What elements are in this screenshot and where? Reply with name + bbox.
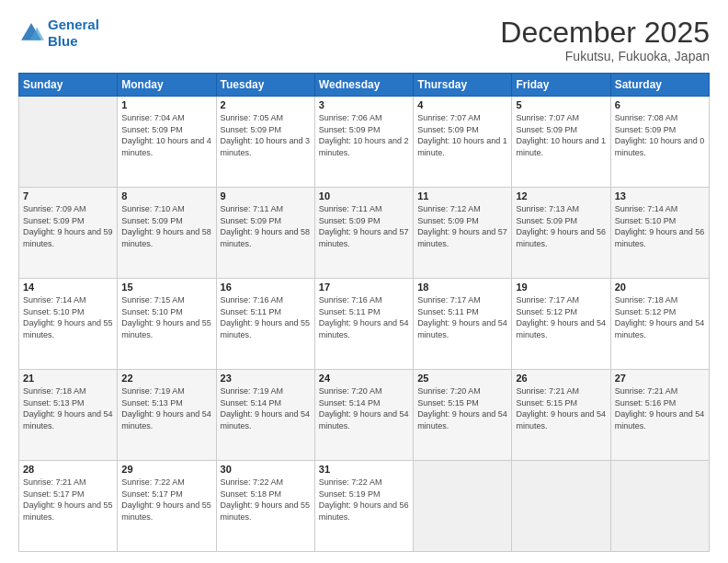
day-number: 20 xyxy=(615,282,705,293)
weekday-header-sunday: Sunday xyxy=(19,74,118,97)
day-info: Sunrise: 7:19 AMSunset: 5:13 PMDaylight:… xyxy=(121,385,211,431)
page: General Blue December 2025 Fukutsu, Fuku… xyxy=(0,0,728,563)
weekday-header-wednesday: Wednesday xyxy=(314,74,413,97)
calendar-cell: 2Sunrise: 7:05 AMSunset: 5:09 PMDaylight… xyxy=(216,97,314,188)
day-number: 7 xyxy=(23,190,113,201)
header: General Blue December 2025 Fukutsu, Fuku… xyxy=(18,17,710,63)
day-info: Sunrise: 7:10 AMSunset: 5:09 PMDaylight:… xyxy=(121,203,211,249)
day-number: 9 xyxy=(221,190,311,201)
calendar-cell: 6Sunrise: 7:08 AMSunset: 5:09 PMDaylight… xyxy=(610,97,709,188)
calendar-cell: 25Sunrise: 7:20 AMSunset: 5:15 PMDayligh… xyxy=(414,370,512,461)
day-number: 29 xyxy=(121,464,211,475)
day-info: Sunrise: 7:21 AMSunset: 5:15 PMDaylight:… xyxy=(516,385,606,431)
month-title: December 2025 xyxy=(500,17,710,49)
day-number: 30 xyxy=(221,464,311,475)
calendar-cell: 22Sunrise: 7:19 AMSunset: 5:13 PMDayligh… xyxy=(118,370,216,461)
logo: General Blue xyxy=(18,17,99,50)
calendar-cell: 15Sunrise: 7:15 AMSunset: 5:10 PMDayligh… xyxy=(118,279,216,370)
day-number: 8 xyxy=(121,190,211,201)
calendar-cell xyxy=(512,461,610,552)
calendar-cell: 23Sunrise: 7:19 AMSunset: 5:14 PMDayligh… xyxy=(216,370,314,461)
location: Fukutsu, Fukuoka, Japan xyxy=(500,49,710,63)
day-number: 3 xyxy=(319,99,409,110)
calendar-cell: 13Sunrise: 7:14 AMSunset: 5:10 PMDayligh… xyxy=(610,188,709,279)
day-number: 31 xyxy=(319,464,409,475)
day-info: Sunrise: 7:20 AMSunset: 5:15 PMDaylight:… xyxy=(417,385,507,431)
day-number: 5 xyxy=(516,99,606,110)
calendar-cell: 29Sunrise: 7:22 AMSunset: 5:17 PMDayligh… xyxy=(118,461,216,552)
calendar-cell: 27Sunrise: 7:21 AMSunset: 5:16 PMDayligh… xyxy=(610,370,709,461)
day-info: Sunrise: 7:21 AMSunset: 5:16 PMDaylight:… xyxy=(615,385,705,431)
weekday-header-thursday: Thursday xyxy=(414,74,512,97)
calendar-cell: 16Sunrise: 7:16 AMSunset: 5:11 PMDayligh… xyxy=(216,279,314,370)
day-number: 17 xyxy=(319,282,409,293)
day-info: Sunrise: 7:22 AMSunset: 5:19 PMDaylight:… xyxy=(319,477,409,523)
calendar-cell: 20Sunrise: 7:18 AMSunset: 5:12 PMDayligh… xyxy=(610,279,709,370)
day-info: Sunrise: 7:08 AMSunset: 5:09 PMDaylight:… xyxy=(615,112,705,158)
day-number: 11 xyxy=(417,190,507,201)
day-info: Sunrise: 7:16 AMSunset: 5:11 PMDaylight:… xyxy=(221,294,311,340)
calendar-cell xyxy=(19,97,118,188)
day-number: 14 xyxy=(23,282,113,293)
day-info: Sunrise: 7:12 AMSunset: 5:09 PMDaylight:… xyxy=(417,203,507,249)
day-number: 2 xyxy=(221,99,311,110)
calendar-cell: 19Sunrise: 7:17 AMSunset: 5:12 PMDayligh… xyxy=(512,279,610,370)
calendar-cell: 11Sunrise: 7:12 AMSunset: 5:09 PMDayligh… xyxy=(414,188,512,279)
day-info: Sunrise: 7:22 AMSunset: 5:17 PMDaylight:… xyxy=(121,477,211,523)
weekday-header-friday: Friday xyxy=(512,74,610,97)
day-info: Sunrise: 7:20 AMSunset: 5:14 PMDaylight:… xyxy=(319,385,409,431)
logo-icon xyxy=(18,20,44,46)
title-block: December 2025 Fukutsu, Fukuoka, Japan xyxy=(500,17,710,63)
week-row-4: 21Sunrise: 7:18 AMSunset: 5:13 PMDayligh… xyxy=(19,370,710,461)
day-number: 25 xyxy=(417,373,507,384)
calendar-cell: 24Sunrise: 7:20 AMSunset: 5:14 PMDayligh… xyxy=(314,370,413,461)
day-number: 16 xyxy=(221,282,311,293)
day-number: 18 xyxy=(417,282,507,293)
weekday-header-saturday: Saturday xyxy=(610,74,709,97)
calendar-cell: 1Sunrise: 7:04 AMSunset: 5:09 PMDaylight… xyxy=(118,97,216,188)
calendar-cell: 28Sunrise: 7:21 AMSunset: 5:17 PMDayligh… xyxy=(19,461,118,552)
week-row-3: 14Sunrise: 7:14 AMSunset: 5:10 PMDayligh… xyxy=(19,279,710,370)
day-info: Sunrise: 7:11 AMSunset: 5:09 PMDaylight:… xyxy=(221,203,311,249)
calendar-cell: 12Sunrise: 7:13 AMSunset: 5:09 PMDayligh… xyxy=(512,188,610,279)
day-number: 12 xyxy=(516,190,606,201)
calendar-cell: 10Sunrise: 7:11 AMSunset: 5:09 PMDayligh… xyxy=(314,188,413,279)
day-info: Sunrise: 7:18 AMSunset: 5:12 PMDaylight:… xyxy=(615,294,705,340)
weekday-header-tuesday: Tuesday xyxy=(216,74,314,97)
calendar-cell: 14Sunrise: 7:14 AMSunset: 5:10 PMDayligh… xyxy=(19,279,118,370)
day-info: Sunrise: 7:06 AMSunset: 5:09 PMDaylight:… xyxy=(319,112,409,158)
calendar-cell: 17Sunrise: 7:16 AMSunset: 5:11 PMDayligh… xyxy=(314,279,413,370)
calendar-cell: 5Sunrise: 7:07 AMSunset: 5:09 PMDaylight… xyxy=(512,97,610,188)
calendar-cell: 18Sunrise: 7:17 AMSunset: 5:11 PMDayligh… xyxy=(414,279,512,370)
day-info: Sunrise: 7:13 AMSunset: 5:09 PMDaylight:… xyxy=(516,203,606,249)
calendar-cell: 9Sunrise: 7:11 AMSunset: 5:09 PMDaylight… xyxy=(216,188,314,279)
week-row-5: 28Sunrise: 7:21 AMSunset: 5:17 PMDayligh… xyxy=(19,461,710,552)
day-number: 19 xyxy=(516,282,606,293)
day-info: Sunrise: 7:18 AMSunset: 5:13 PMDaylight:… xyxy=(23,385,113,431)
day-info: Sunrise: 7:07 AMSunset: 5:09 PMDaylight:… xyxy=(417,112,507,158)
day-info: Sunrise: 7:19 AMSunset: 5:14 PMDaylight:… xyxy=(221,385,311,431)
day-info: Sunrise: 7:17 AMSunset: 5:12 PMDaylight:… xyxy=(516,294,606,340)
calendar-cell: 26Sunrise: 7:21 AMSunset: 5:15 PMDayligh… xyxy=(512,370,610,461)
day-number: 21 xyxy=(23,373,113,384)
calendar-cell: 3Sunrise: 7:06 AMSunset: 5:09 PMDaylight… xyxy=(314,97,413,188)
day-info: Sunrise: 7:14 AMSunset: 5:10 PMDaylight:… xyxy=(615,203,705,249)
day-number: 28 xyxy=(23,464,113,475)
weekday-header-monday: Monday xyxy=(118,74,216,97)
calendar-cell: 30Sunrise: 7:22 AMSunset: 5:18 PMDayligh… xyxy=(216,461,314,552)
day-number: 10 xyxy=(319,190,409,201)
calendar-cell: 7Sunrise: 7:09 AMSunset: 5:09 PMDaylight… xyxy=(19,188,118,279)
calendar-table: SundayMondayTuesdayWednesdayThursdayFrid… xyxy=(18,73,710,552)
week-row-2: 7Sunrise: 7:09 AMSunset: 5:09 PMDaylight… xyxy=(19,188,710,279)
day-number: 26 xyxy=(516,373,606,384)
calendar-cell: 4Sunrise: 7:07 AMSunset: 5:09 PMDaylight… xyxy=(414,97,512,188)
day-number: 23 xyxy=(221,373,311,384)
calendar-cell: 31Sunrise: 7:22 AMSunset: 5:19 PMDayligh… xyxy=(314,461,413,552)
calendar-cell: 8Sunrise: 7:10 AMSunset: 5:09 PMDaylight… xyxy=(118,188,216,279)
day-number: 27 xyxy=(615,373,705,384)
day-number: 6 xyxy=(615,99,705,110)
week-row-1: 1Sunrise: 7:04 AMSunset: 5:09 PMDaylight… xyxy=(19,97,710,188)
calendar-cell xyxy=(610,461,709,552)
logo-text: General Blue xyxy=(48,17,99,50)
day-info: Sunrise: 7:04 AMSunset: 5:09 PMDaylight:… xyxy=(121,112,211,158)
